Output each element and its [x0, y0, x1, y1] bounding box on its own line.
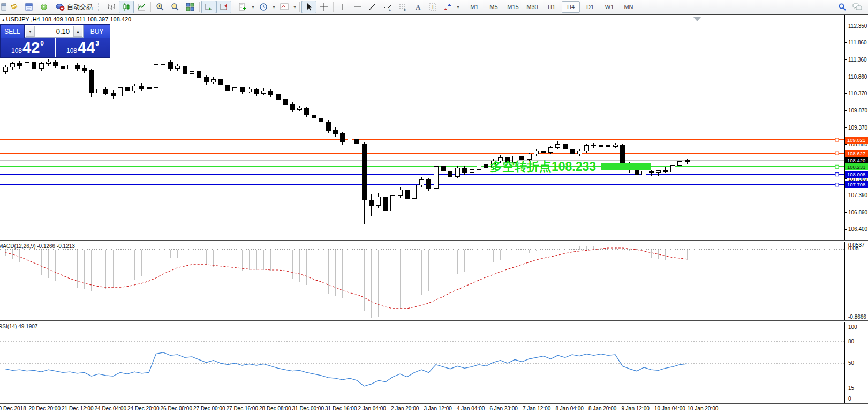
timeframe-button-w1[interactable]: W1 [600, 1, 618, 13]
svg-text:T: T [431, 4, 434, 10]
market-watch-icon[interactable] [21, 1, 36, 13]
timeframe-button-h1[interactable]: H1 [542, 1, 561, 13]
timeframe-toolbar: M1M5M15M30H1H4D1W1MN [465, 0, 638, 14]
templates-icon[interactable] [277, 1, 292, 13]
scroll-anchor-icon[interactable] [693, 17, 701, 21]
level-line-handle[interactable] [835, 183, 839, 186]
trendline-icon[interactable] [365, 1, 380, 13]
buy-button[interactable]: BUY [84, 25, 110, 38]
candle [448, 171, 452, 177]
candle [685, 160, 689, 162]
zoom-out-icon[interactable] [168, 1, 183, 13]
price-scale[interactable]: 112.350111.860111.360110.860110.370109.8… [844, 14, 868, 404]
candle [61, 66, 65, 69]
auto-scroll-icon[interactable] [201, 1, 216, 13]
sell-price-button[interactable]: 108 42 0 [1, 38, 55, 57]
level-line-handle[interactable] [835, 138, 839, 141]
date-axis-label: 24 Dec 04:00 [95, 406, 127, 411]
timeframe-button-mn[interactable]: MN [620, 1, 638, 13]
candle [656, 170, 660, 172]
rsi-line [5, 352, 687, 386]
pane-splitter[interactable] [0, 240, 868, 242]
chart-shift-icon[interactable] [216, 1, 231, 13]
indicators-icon[interactable] [235, 1, 250, 13]
autotrading-label: 自动交易 [67, 3, 93, 12]
channel-icon[interactable]: E [380, 1, 395, 13]
sell-button[interactable]: SELL [1, 25, 25, 38]
rsi-axis-label: 15 [845, 385, 868, 391]
chart-title: ▴USDJPY-,H4 108.409 108.511 108.397 108.… [2, 16, 131, 22]
macd-indicator-label: MACD(12,26,9) -0.1266 -0.1213 [0, 243, 75, 249]
arrows-icon[interactable] [440, 1, 455, 13]
lot-increase-button[interactable]: ▲ [73, 26, 82, 37]
candle [276, 94, 280, 100]
lot-size-value[interactable]: 0.10 [35, 25, 73, 37]
date-axis-label: 31 Dec 16:00 [325, 406, 357, 411]
vertical-line-icon[interactable] [335, 1, 350, 13]
buy-price-button[interactable]: 108 44 3 [55, 38, 110, 57]
crosshair-icon[interactable] [316, 1, 331, 13]
arrows-dropdown-icon[interactable]: ▾ [455, 1, 461, 13]
timeframe-button-m1[interactable]: M1 [465, 1, 484, 13]
zoom-in-icon[interactable] [153, 1, 168, 13]
candle [89, 71, 94, 93]
autotrading-button[interactable]: 自动交易 [51, 1, 96, 13]
bar-chart-icon[interactable] [104, 1, 119, 13]
pane-splitter[interactable] [0, 320, 868, 322]
new-order-icon[interactable] [6, 1, 21, 13]
level-line-handle[interactable] [835, 152, 839, 155]
signals-icon[interactable] [36, 1, 51, 13]
price-axis-label: 106.400 [845, 226, 868, 232]
buy-price-pips: 44 [78, 38, 95, 57]
search-icon[interactable] [835, 1, 850, 13]
candle [247, 89, 252, 92]
turning-point-highlight-box[interactable] [601, 163, 651, 170]
turning-point-annotation[interactable]: 多空转折点108.233 [490, 160, 596, 174]
timeframe-button-m15[interactable]: M15 [504, 1, 522, 13]
tile-windows-icon[interactable] [183, 1, 198, 13]
chat-icon[interactable] [850, 1, 865, 13]
candle [570, 149, 575, 154]
indicators-dropdown-icon[interactable]: ▾ [250, 1, 256, 13]
rsi-indicator-label: RSI(14) 49.1907 [0, 324, 37, 329]
date-axis-label: 8 Jan 04:00 [556, 406, 584, 411]
timeframe-button-m5[interactable]: M5 [485, 1, 503, 13]
line-chart-icon[interactable] [134, 1, 149, 13]
periods-dropdown-icon[interactable]: ▾ [271, 1, 277, 13]
cursor-icon[interactable] [301, 1, 316, 13]
periods-icon[interactable] [256, 1, 271, 13]
lot-decrease-button[interactable]: ▼ [26, 26, 35, 37]
rsi-pane[interactable] [0, 322, 844, 403]
new-chart-icon[interactable] [0, 1, 6, 13]
candle [104, 89, 108, 94]
price-axis-label: 110.370 [845, 91, 868, 96]
level-line-handle[interactable] [835, 173, 839, 176]
main-toolbar: 自动交易 [0, 0, 868, 14]
candle [326, 122, 330, 130]
candle [204, 77, 208, 82]
text-icon[interactable]: A [410, 1, 425, 13]
timeframe-button-m30[interactable]: M30 [523, 1, 541, 13]
macd-axis-label: 0.05 [845, 245, 868, 251]
candle [470, 170, 474, 173]
candle [412, 185, 417, 199]
candle [649, 171, 653, 173]
candle [212, 80, 216, 82]
text-label-icon[interactable]: T [425, 1, 440, 13]
candle [592, 145, 596, 146]
date-axis[interactable]: 20 Dec 201820 Dec 20:0021 Dec 12:0024 De… [0, 403, 868, 413]
candle [176, 66, 180, 68]
templates-dropdown-icon[interactable]: ▾ [292, 1, 298, 13]
price-chart-pane[interactable]: 多空转折点108.233 [0, 14, 844, 240]
fibonacci-icon[interactable]: F [395, 1, 410, 13]
level-line-handle[interactable] [835, 165, 839, 168]
timeframe-button-h4[interactable]: H4 [562, 1, 580, 13]
horizontal-line-icon[interactable] [350, 1, 365, 13]
autotrading-icon [55, 2, 65, 12]
candlestick-chart-icon[interactable] [119, 1, 134, 13]
candle [319, 118, 323, 122]
price-axis-label: 109.870 [845, 108, 868, 114]
timeframe-button-d1[interactable]: D1 [581, 1, 599, 13]
macd-pane[interactable] [0, 242, 844, 320]
candle [620, 145, 624, 164]
